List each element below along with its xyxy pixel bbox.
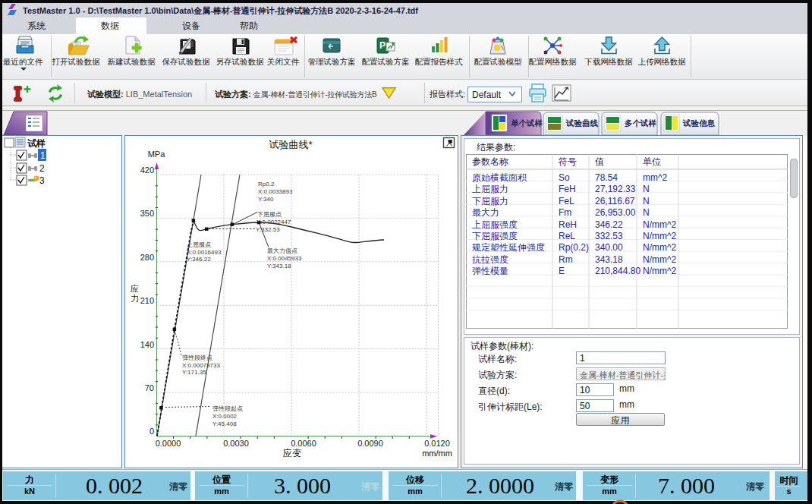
- svg-text:78.54: 78.54: [595, 172, 618, 183]
- svg-text:单个试样: 单个试样: [511, 118, 543, 128]
- svg-text:350: 350: [140, 209, 154, 218]
- svg-text:27,192.33: 27,192.33: [595, 184, 636, 194]
- svg-text:0.0060: 0.0060: [291, 439, 316, 448]
- svg-text:下屈服强度: 下屈服强度: [472, 231, 518, 241]
- svg-text:上屈服点: 上屈服点: [186, 241, 211, 248]
- svg-text:343.18: 343.18: [595, 254, 623, 265]
- svg-text:原始横截面积: 原始横截面积: [472, 172, 527, 183]
- svg-text:N/mm^2: N/mm^2: [643, 219, 677, 230]
- svg-text:Fm: Fm: [559, 207, 571, 218]
- svg-text:抗拉强度: 抗拉强度: [472, 254, 508, 265]
- svg-text:70: 70: [145, 383, 154, 392]
- svg-text:N: N: [643, 184, 650, 194]
- svg-text:26,953.00: 26,953.00: [595, 207, 636, 218]
- svg-text:值: 值: [595, 156, 604, 167]
- svg-text:FeL: FeL: [559, 196, 574, 206]
- svg-text:0: 0: [149, 427, 154, 436]
- svg-text:上屈服强度: 上屈服强度: [472, 219, 518, 230]
- svg-text:210: 210: [140, 296, 154, 305]
- svg-text:N/mm^2: N/mm^2: [643, 231, 677, 241]
- svg-text:弹性段起点: 弹性段起点: [212, 405, 243, 412]
- svg-text:符号: 符号: [559, 156, 577, 167]
- svg-text:Rm: Rm: [559, 254, 573, 265]
- svg-text:P: P: [379, 40, 386, 51]
- svg-text:Y:332.53: Y:332.53: [256, 226, 280, 233]
- svg-text:下屈服点: 下屈服点: [257, 211, 282, 218]
- svg-text:上屈服力: 上屈服力: [472, 184, 508, 194]
- svg-text:1: 1: [40, 150, 46, 161]
- svg-text:0.0120: 0.0120: [424, 439, 450, 448]
- svg-text:26,116.67: 26,116.67: [595, 196, 635, 206]
- svg-text:2: 2: [39, 163, 45, 174]
- svg-text:最大力值点: 最大力值点: [267, 247, 297, 254]
- svg-text:ReH: ReH: [559, 219, 577, 230]
- svg-text:N/mm^2: N/mm^2: [643, 266, 677, 276]
- svg-text:346.22: 346.22: [595, 219, 623, 230]
- svg-text:332.53: 332.53: [595, 231, 623, 241]
- svg-text:N/mm^2: N/mm^2: [643, 242, 677, 253]
- svg-text:N: N: [643, 207, 650, 218]
- svg-text:0.0000: 0.0000: [156, 439, 181, 448]
- svg-text:弹性段终点: 弹性段终点: [182, 354, 212, 361]
- svg-text:210,844.80: 210,844.80: [595, 266, 640, 276]
- svg-text:X:0.00079733: X:0.00079733: [182, 362, 220, 369]
- svg-text:N/mm^2: N/mm^2: [643, 254, 677, 265]
- svg-text:规定塑性延伸强度: 规定塑性延伸强度: [472, 242, 545, 253]
- svg-text:弹性模量: 弹性模量: [472, 266, 508, 276]
- svg-text:X:0.0022447: X:0.0022447: [257, 219, 291, 225]
- svg-text:E: E: [559, 266, 565, 276]
- svg-text:多个试样: 多个试样: [625, 118, 657, 128]
- svg-text:0.0030: 0.0030: [223, 439, 249, 448]
- svg-text:应: 应: [131, 284, 139, 293]
- svg-text:应变: 应变: [283, 448, 301, 458]
- svg-text:140: 140: [140, 340, 154, 349]
- svg-text:0.0090: 0.0090: [357, 439, 383, 448]
- svg-text:X:0.0002: X:0.0002: [212, 413, 238, 420]
- svg-text:试验信息: 试验信息: [682, 118, 716, 128]
- svg-text:So: So: [559, 172, 570, 183]
- svg-text:Y:340: Y:340: [258, 196, 274, 203]
- svg-text:试验曲线*: 试验曲线*: [269, 139, 312, 150]
- svg-text:MPa: MPa: [148, 150, 166, 159]
- svg-text:420: 420: [140, 165, 154, 175]
- svg-text:试验曲线: 试验曲线: [565, 118, 599, 128]
- svg-text:Y:45.408: Y:45.408: [212, 421, 237, 427]
- svg-text:340.00: 340.00: [595, 242, 623, 253]
- svg-text:N: N: [643, 196, 650, 206]
- svg-text:X:0.0045933: X:0.0045933: [267, 255, 302, 262]
- svg-text:下屈服力: 下屈服力: [472, 196, 508, 206]
- svg-text:X:0.0033893: X:0.0033893: [258, 188, 293, 195]
- svg-text:试样: 试样: [27, 138, 46, 149]
- svg-text:X:0.0016493: X:0.0016493: [187, 249, 222, 256]
- svg-text:Y:346.22: Y:346.22: [187, 256, 211, 263]
- svg-text:Rp(0.2): Rp(0.2): [559, 242, 589, 253]
- svg-text:ReL: ReL: [559, 231, 575, 241]
- svg-text:参数名称: 参数名称: [472, 156, 508, 167]
- svg-text:Rp0.2: Rp0.2: [258, 181, 275, 187]
- svg-text:Y:343.18: Y:343.18: [267, 263, 291, 269]
- svg-text:3: 3: [39, 175, 45, 186]
- svg-text:最大力: 最大力: [472, 207, 499, 218]
- svg-text:FeH: FeH: [559, 184, 576, 194]
- svg-text:单位: 单位: [643, 156, 661, 167]
- svg-text:280: 280: [140, 253, 154, 262]
- svg-text:mm^2: mm^2: [643, 172, 668, 183]
- svg-text:力: 力: [131, 294, 139, 303]
- svg-text:Y:171.35: Y:171.35: [182, 369, 206, 376]
- svg-text:mm/mm: mm/mm: [422, 449, 452, 458]
